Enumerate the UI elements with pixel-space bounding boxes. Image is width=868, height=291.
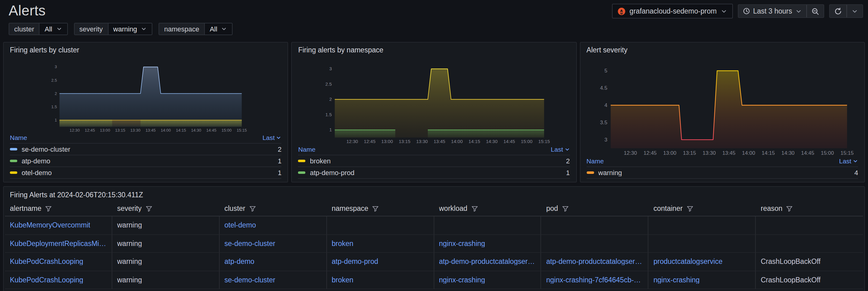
table-cell[interactable]: nginx-crashing-7cf64645cb-m4… [541, 271, 649, 289]
refresh-button[interactable] [830, 5, 846, 17]
filter-funnel-icon[interactable] [372, 205, 379, 212]
table-cell[interactable]: KubePodCrashLooping [5, 253, 112, 271]
column-header-label: cluster [224, 205, 246, 212]
table-cell[interactable]: otel-demo [220, 217, 327, 235]
table-cell[interactable]: nginx-crashing [434, 235, 541, 253]
legend-name-column-header[interactable]: Name [298, 146, 315, 153]
variable-cluster-value[interactable]: All [39, 24, 67, 35]
legend-item[interactable]: otel-demo1 [10, 166, 282, 178]
series-name: atp-demo-prod [310, 169, 562, 176]
legend-item[interactable]: atp-demo-prod1 [298, 166, 570, 178]
table-cell[interactable]: nginx-crashing [649, 271, 756, 289]
series-last-value: 2 [278, 146, 281, 153]
table-cell[interactable]: broken [327, 271, 434, 289]
zoom-out-button[interactable] [806, 5, 824, 17]
table-cell[interactable]: atp-demo-productcatalogservic… [541, 253, 649, 271]
column-header-pod[interactable]: pod [541, 201, 649, 216]
variable-namespace-value[interactable]: All [204, 24, 232, 35]
column-header-alertname[interactable]: alertname [5, 201, 112, 216]
panel-firing-alerts-by-namespace: Firing alerts by namespace 11.522.5312:3… [291, 42, 577, 183]
series-name: warning [598, 169, 850, 176]
table-cell[interactable]: broken [327, 235, 434, 253]
refresh-interval-dropdown[interactable] [846, 5, 863, 17]
table-cell[interactable]: KubeMemoryOvercommit [5, 217, 112, 235]
timeseries-chart[interactable]: 11.522.5312:3012:4513:0013:1513:3013:451… [4, 54, 288, 133]
series-name: atp-demo [22, 157, 273, 165]
column-header-severity[interactable]: severity [112, 201, 220, 216]
legend-item[interactable]: se-demo-cluster2 [10, 143, 282, 155]
filter-funnel-icon[interactable] [249, 205, 256, 212]
variable-severity-value[interactable]: warning [107, 24, 152, 35]
table-cell[interactable]: productcatalogservice [649, 253, 756, 271]
column-header-label: severity [117, 205, 142, 212]
table-cell[interactable]: KubeDeploymentReplicasMisma… [5, 235, 112, 253]
timeseries-chart[interactable]: 33.544.5512:3012:4513:0013:1513:3013:451… [580, 54, 864, 157]
svg-text:14:45: 14:45 [801, 150, 814, 156]
legend-item[interactable]: warning4 [586, 166, 858, 178]
table-cell[interactable]: nginx-crashing [434, 271, 541, 289]
table-cell [649, 235, 756, 253]
legend-last-column-header: Last [839, 157, 851, 165]
column-header-container[interactable]: container [649, 201, 756, 216]
table-cell[interactable]: se-demo-cluster [220, 271, 327, 289]
table-cell[interactable]: se-demo-cluster [220, 235, 327, 253]
table-cell[interactable]: atp-demo-prod [327, 253, 434, 271]
legend-item[interactable]: atp-demo1 [10, 155, 282, 166]
panel-title[interactable]: Firing Alerts at 2024-02-06T20:15:30.411… [4, 187, 864, 201]
zoom-out-icon [811, 7, 819, 15]
table-row: KubePodCrashLoopingwarningatp-demoatp-de… [5, 253, 863, 271]
legend-item[interactable]: broken2 [298, 155, 570, 166]
filter-funnel-icon[interactable] [562, 205, 568, 212]
filter-funnel-icon[interactable] [45, 205, 52, 212]
panel-firing-alerts-table: Firing Alerts at 2024-02-06T20:15:30.411… [3, 186, 865, 291]
timeseries-chart[interactable]: 11.522.5312:3012:4513:0013:1513:3013:451… [292, 54, 576, 145]
variable-selected-value: All [210, 25, 217, 33]
table-cell: CrashLoopBackOff [756, 271, 863, 289]
series-last-value: 1 [278, 157, 281, 165]
dashboard-variables: cluster All severity warning namespace A… [0, 19, 868, 38]
column-header-namespace[interactable]: namespace [327, 201, 434, 216]
legend-sort-last[interactable]: Last [551, 146, 570, 153]
filter-funnel-icon[interactable] [786, 205, 793, 212]
series-last-value: 4 [855, 169, 858, 176]
series-name: se-demo-cluster [22, 146, 273, 153]
legend-name-column-header[interactable]: Name [586, 157, 603, 165]
table-cell: CrashLoopBackOff [756, 253, 863, 271]
series-name: broken [310, 157, 562, 165]
dashboard-header: Alerts grafanacloud-sedemo-prom Last 3 h… [0, 0, 868, 19]
legend-sort-last[interactable]: Last [839, 157, 858, 165]
table-cell: warning [112, 235, 220, 253]
legend-header: Name Last [10, 133, 282, 143]
panel-title[interactable]: Firing alerts by namespace [292, 42, 576, 54]
svg-text:14:15: 14:15 [176, 128, 186, 133]
table-cell[interactable]: KubePodCrashLooping [5, 271, 112, 289]
panel-title[interactable]: Firing alerts by cluster [4, 42, 288, 54]
filter-funnel-icon[interactable] [145, 205, 152, 212]
time-range-picker[interactable]: Last 3 hours [738, 5, 806, 17]
svg-text:13:00: 13:00 [100, 128, 110, 133]
alerts-table: alertnameseverityclusternamespaceworkloa… [4, 201, 864, 291]
panel-title[interactable]: Alert severity [580, 42, 864, 54]
svg-text:14:15: 14:15 [469, 139, 480, 144]
clock-icon [742, 7, 750, 15]
series-color-swatch [298, 171, 306, 174]
legend-last-column-header: Last [262, 134, 275, 141]
legend-sort-last[interactable]: Last [262, 134, 282, 141]
svg-text:3: 3 [55, 64, 57, 69]
table-cell[interactable]: atp-demo [220, 253, 327, 271]
filter-funnel-icon[interactable] [686, 205, 693, 212]
grafana-dashboard: Alerts grafanacloud-sedemo-prom Last 3 h… [0, 0, 868, 291]
datasource-picker[interactable]: grafanacloud-sedemo-prom [612, 4, 733, 19]
table-cell[interactable]: atp-demo-productcatalogservice [434, 253, 541, 271]
variable-namespace: namespace All [159, 23, 232, 35]
column-header-reason[interactable]: reason [756, 201, 863, 216]
column-header-cluster[interactable]: cluster [220, 201, 327, 216]
column-header-workload[interactable]: workload [434, 201, 541, 216]
filter-funnel-icon[interactable] [471, 205, 478, 212]
legend-name-column-header[interactable]: Name [10, 134, 27, 141]
svg-text:14:30: 14:30 [191, 128, 202, 133]
svg-text:14:45: 14:45 [504, 139, 516, 144]
svg-text:13:45: 13:45 [434, 139, 445, 144]
svg-text:13:15: 13:15 [115, 128, 125, 133]
table-cell [541, 217, 649, 235]
